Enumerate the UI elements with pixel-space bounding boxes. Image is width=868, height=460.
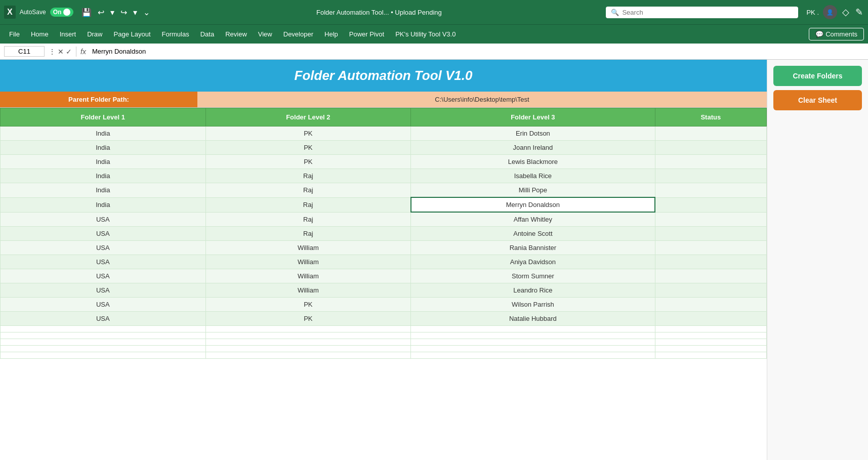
table-cell[interactable] [655,127,766,141]
customize-icon[interactable]: ⌄ [141,7,152,18]
undo-dropdown-icon[interactable]: ▾ [108,7,116,18]
table-cell[interactable]: Leandro Rice [411,283,655,298]
table-cell[interactable]: PK [205,155,411,169]
table-cell[interactable]: William [205,241,411,255]
table-cell[interactable] [655,269,766,283]
table-row[interactable]: USAWilliamAniya Davidson [1,255,767,269]
table-cell[interactable]: Wilson Parrish [411,298,655,312]
table-row[interactable]: IndiaPKErin Dotson [1,127,767,141]
table-cell[interactable] [655,283,766,298]
table-cell[interactable]: Raj [205,183,411,198]
table-cell[interactable]: USA [1,255,206,269]
table-cell[interactable] [411,346,655,352]
table-cell[interactable] [655,326,766,332]
undo-icon[interactable]: ↩ [96,7,106,18]
table-cell[interactable]: Joann Ireland [411,141,655,155]
table-row[interactable] [1,326,767,332]
formula-confirm-icon[interactable]: ✓ [66,48,72,56]
table-cell[interactable] [1,352,206,359]
table-row[interactable] [1,332,767,339]
table-row[interactable]: USAWilliamRania Bannister [1,241,767,255]
formula-cancel-icon[interactable]: ✕ [58,48,64,56]
table-cell[interactable]: Natalie Hubbard [411,312,655,326]
table-row[interactable]: IndiaPKLewis Blackmore [1,155,767,169]
menu-data[interactable]: Data [195,27,219,41]
table-row[interactable]: IndiaRajIsabella Rice [1,169,767,183]
table-cell[interactable] [655,352,766,359]
table-cell[interactable]: India [1,155,206,169]
table-cell[interactable]: Raj [205,227,411,241]
table-row[interactable]: USAWilliamLeandro Rice [1,283,767,298]
menu-insert[interactable]: Insert [55,27,81,41]
table-cell[interactable] [1,339,206,346]
user-avatar[interactable]: 👤 [823,5,837,19]
create-folders-button[interactable]: Create Folders [773,66,862,86]
table-cell[interactable] [655,255,766,269]
table-cell[interactable] [411,339,655,346]
menu-help[interactable]: Help [319,27,343,41]
menu-home[interactable]: Home [26,27,54,41]
table-cell[interactable]: Antoine Scott [411,227,655,241]
table-cell[interactable] [205,352,411,359]
table-cell[interactable]: Storm Sumner [411,269,655,283]
table-cell[interactable]: USA [1,227,206,241]
table-cell[interactable] [1,326,206,332]
table-cell[interactable] [205,346,411,352]
table-cell[interactable]: Erin Dotson [411,127,655,141]
table-cell[interactable]: India [1,127,206,141]
table-cell[interactable] [655,298,766,312]
table-cell[interactable]: USA [1,241,206,255]
table-cell[interactable] [411,352,655,359]
table-cell[interactable]: USA [1,298,206,312]
table-cell[interactable]: William [205,269,411,283]
search-input[interactable] [622,9,793,16]
table-row[interactable] [1,346,767,352]
search-box[interactable]: 🔍 [606,7,798,18]
table-cell[interactable] [1,346,206,352]
table-row[interactable]: USAPKWilson Parrish [1,298,767,312]
table-cell[interactable]: Merryn Donaldson [411,197,655,212]
table-cell[interactable]: USA [1,269,206,283]
table-cell[interactable] [655,183,766,198]
table-cell[interactable] [655,141,766,155]
menu-view[interactable]: View [253,27,277,41]
menu-power-pivot[interactable]: Power Pivot [344,27,389,41]
table-row[interactable]: USARajAntoine Scott [1,227,767,241]
table-cell[interactable]: PK [205,127,411,141]
menu-page-layout[interactable]: Page Layout [109,27,156,41]
table-cell[interactable]: William [205,255,411,269]
table-cell[interactable] [655,312,766,326]
table-cell[interactable]: Raj [205,197,411,212]
table-cell[interactable]: Milli Pope [411,183,655,198]
table-cell[interactable]: Rania Bannister [411,241,655,255]
table-cell[interactable] [205,332,411,339]
table-cell[interactable]: India [1,183,206,198]
pen-icon[interactable]: ✎ [854,6,864,19]
table-cell[interactable]: Raj [205,169,411,183]
table-cell[interactable] [655,339,766,346]
table-cell[interactable] [205,326,411,332]
table-row[interactable]: IndiaRajMerryn Donaldson [1,197,767,212]
table-cell[interactable]: USA [1,283,206,298]
table-cell[interactable] [655,332,766,339]
formula-more-icon[interactable]: ⋮ [49,48,56,56]
table-row[interactable]: USARajAffan Whitley [1,212,767,227]
menu-developer[interactable]: Developer [278,27,318,41]
menu-formulas[interactable]: Formulas [157,27,194,41]
table-cell[interactable]: Raj [205,212,411,227]
table-cell[interactable]: Aniya Davidson [411,255,655,269]
table-cell[interactable] [655,169,766,183]
spreadsheet[interactable]: Folder Automation Tool V1.0 Parent Folde… [0,60,767,460]
table-cell[interactable] [411,326,655,332]
table-cell[interactable]: Isabella Rice [411,169,655,183]
table-row[interactable]: IndiaPKJoann Ireland [1,141,767,155]
table-cell[interactable]: India [1,197,206,212]
table-cell[interactable]: PK [205,312,411,326]
menu-file[interactable]: File [4,27,25,41]
table-row[interactable]: USAWilliamStorm Sumner [1,269,767,283]
table-cell[interactable] [655,227,766,241]
table-row[interactable] [1,352,767,359]
table-cell[interactable]: India [1,169,206,183]
save-icon[interactable]: 💾 [79,7,94,18]
table-cell[interactable]: William [205,283,411,298]
